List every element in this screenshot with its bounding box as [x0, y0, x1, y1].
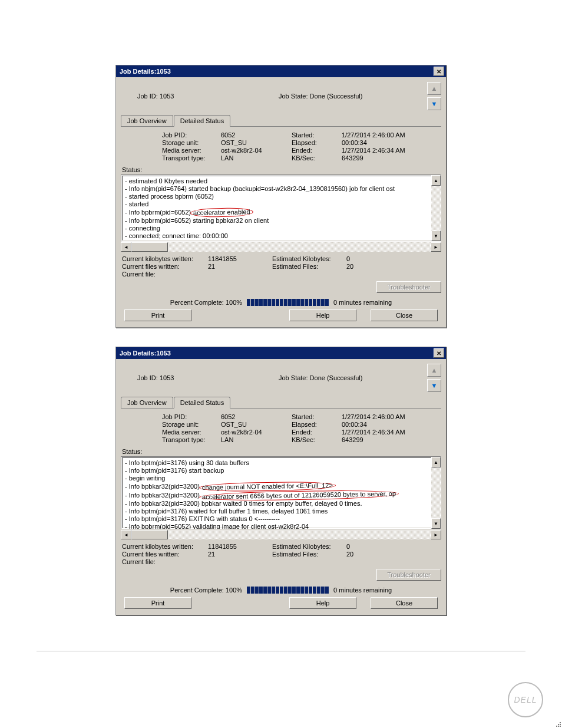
resize-grip-icon[interactable]: [553, 719, 561, 727]
progress-bar: [247, 587, 329, 594]
progress-row: Percent Complete: 100% 0 minutes remaini…: [121, 299, 441, 306]
vertical-scrollbar[interactable]: ▲▼: [431, 457, 441, 529]
scroll-up-icon[interactable]: ▲: [431, 457, 441, 467]
vertical-scrollbar[interactable]: ▲▼: [431, 175, 441, 241]
job-id-label: Job ID: 1053: [121, 93, 243, 100]
titlebar[interactable]: Job Details:1053 ✕: [116, 347, 446, 359]
nav-down-button[interactable]: ▼: [427, 97, 441, 110]
tab-detailed-status[interactable]: Detailed Status: [174, 115, 231, 127]
tab-bar: Job Overview Detailed Status: [121, 115, 441, 127]
tab-bar: Job Overview Detailed Status: [121, 397, 441, 409]
scroll-right-icon[interactable]: ►: [431, 530, 441, 539]
troubleshooter-button[interactable]: Troubleshooter: [376, 569, 441, 581]
progress-bar: [247, 299, 329, 306]
nav-up-button[interactable]: ▲: [427, 364, 441, 377]
info-grid: Job PID:Storage unit:Media server:Transp…: [121, 129, 441, 163]
job-details-window: Job Details:1053 ✕ Job ID: 1053 Job Stat…: [115, 65, 447, 328]
status-label: Status:: [122, 448, 441, 455]
job-id-label: Job ID: 1053: [121, 374, 243, 381]
print-button[interactable]: Print: [124, 309, 191, 321]
horizontal-scrollbar[interactable]: ◄►: [121, 242, 441, 252]
window-title: Job Details:1053: [120, 68, 171, 75]
close-icon[interactable]: ✕: [434, 67, 444, 76]
job-details-window-2: Job Details:1053 ✕ Job ID: 1053 Job Stat…: [115, 347, 447, 615]
print-button[interactable]: Print: [124, 597, 191, 609]
dell-logo-icon: DELL: [508, 682, 543, 717]
close-button[interactable]: Close: [371, 597, 438, 609]
status-log[interactable]: - estimated 0 Kbytes needed - Info nbjm(…: [121, 174, 441, 242]
scroll-up-icon[interactable]: ▲: [431, 175, 441, 186]
job-state-label: Job State: Done (Successful): [243, 93, 425, 100]
scroll-thumb[interactable]: [131, 530, 168, 539]
scroll-right-icon[interactable]: ►: [431, 242, 441, 252]
scroll-left-icon[interactable]: ◄: [121, 530, 131, 539]
tab-detailed-status[interactable]: Detailed Status: [174, 397, 231, 409]
progress-row: Percent Complete: 100% 0 minutes remaini…: [121, 587, 441, 594]
tab-job-overview[interactable]: Job Overview: [121, 115, 173, 126]
info-grid: Job PID:Storage unit:Media server:Transp…: [121, 411, 441, 444]
close-button[interactable]: Close: [371, 309, 438, 321]
status-log[interactable]: - Info bptm(pid=3176) using 30 data buff…: [121, 456, 441, 529]
status-label: Status:: [122, 166, 441, 173]
scroll-down-icon[interactable]: ▼: [431, 230, 441, 241]
horizontal-scrollbar[interactable]: ◄►: [121, 530, 441, 539]
help-button[interactable]: Help: [289, 597, 356, 609]
titlebar[interactable]: Job Details:1053 ✕: [116, 65, 446, 77]
highlight-accelerator-enabled: accelerator enabled: [190, 207, 253, 218]
scroll-thumb[interactable]: [131, 242, 168, 252]
help-button[interactable]: Help: [289, 309, 356, 321]
nav-down-button[interactable]: ▼: [427, 379, 441, 392]
divider: [37, 651, 525, 651]
job-state-label: Job State: Done (Successful): [243, 374, 425, 381]
nav-up-button[interactable]: ▲: [427, 82, 441, 95]
close-icon[interactable]: ✕: [434, 348, 444, 358]
scroll-left-icon[interactable]: ◄: [121, 242, 131, 252]
scroll-down-icon[interactable]: ▼: [431, 518, 441, 529]
window-title: Job Details:1053: [120, 350, 171, 357]
tab-job-overview[interactable]: Job Overview: [121, 397, 173, 408]
troubleshooter-button[interactable]: Troubleshooter: [376, 281, 441, 293]
